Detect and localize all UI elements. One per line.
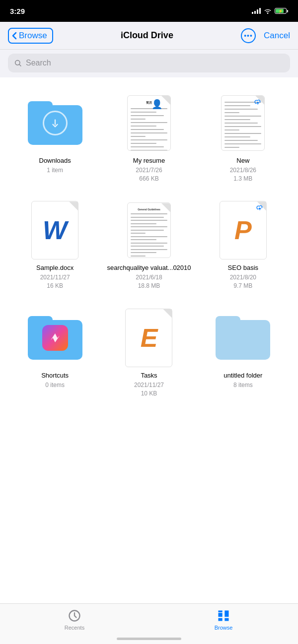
file-meta-downloads: 1 item <box>47 166 63 175</box>
file-item-seo-basis[interactable]: P SEO basis 2021/8/20 9.7 MB <box>196 193 290 300</box>
file-item-searchquality[interactable]: General Guidelines <box>102 193 196 300</box>
recents-label: Recents <box>65 625 84 631</box>
doc-thumb-searchquality: General Guidelines <box>127 202 171 258</box>
tab-bar-spacer <box>0 407 298 457</box>
shortcuts-app-icon <box>42 325 68 351</box>
file-meta-sample-docx: 2021/11/27 16 KB <box>40 273 70 290</box>
file-item-shortcuts[interactable]: Shortcuts 0 items <box>8 300 102 407</box>
file-thumbnail-tasks: E <box>119 308 179 368</box>
file-item-downloads[interactable]: Downloads 1 item <box>8 85 102 193</box>
search-container: Search <box>0 50 298 77</box>
file-meta-new: 2021/8/26 1.3 MB <box>230 166 256 183</box>
folder-icon-shortcuts <box>28 316 82 360</box>
doc-thumb-new <box>221 95 265 151</box>
file-name-my-resume: My resume <box>133 157 165 165</box>
status-icons: ⚡ <box>252 8 288 14</box>
status-bar: 3:29 ⚡ <box>0 0 298 22</box>
file-item-untitled-folder[interactable]: untitled folder 8 items <box>196 300 290 407</box>
file-name-tasks: Tasks <box>141 372 157 380</box>
cancel-button[interactable]: Cancel <box>264 31 290 41</box>
back-label: Browse <box>19 31 47 41</box>
browse-label: Browse <box>215 625 233 631</box>
file-item-new[interactable]: New 2021/8/26 1.3 MB <box>196 85 290 193</box>
recents-icon <box>68 609 81 623</box>
file-meta-tasks: 2021/11/27 10 KB <box>134 381 164 398</box>
tasks-doc-icon: E <box>125 309 172 367</box>
battery-icon: ⚡ <box>275 8 288 14</box>
home-indicator <box>117 638 181 640</box>
file-thumbnail-my-resume: 简历 <box>119 93 179 153</box>
search-icon <box>14 59 22 67</box>
file-name-new: New <box>236 157 249 165</box>
signal-icon <box>252 8 261 14</box>
doc-thumb-resume: 简历 <box>127 95 171 151</box>
file-grid: Downloads 1 item 简历 <box>0 77 298 407</box>
file-meta-seo-basis: 2021/8/20 9.7 MB <box>230 273 256 290</box>
file-item-sample-docx[interactable]: W Sample.docx 2021/11/27 16 KB <box>8 193 102 300</box>
tab-browse[interactable]: Browse <box>149 609 298 631</box>
file-name-downloads: Downloads <box>39 157 71 165</box>
browse-icon <box>217 609 230 623</box>
nav-actions: ••• Cancel <box>241 28 290 43</box>
file-thumbnail-new <box>213 93 273 153</box>
file-name-searchquality: searchqualitye valuat...02010 <box>107 264 191 272</box>
navigation-bar: Browse iCloud Drive ••• Cancel <box>0 22 298 50</box>
folder-icon-downloads <box>28 101 82 145</box>
file-thumbnail-untitled-folder <box>213 308 273 368</box>
file-thumbnail-downloads <box>25 93 85 153</box>
back-button[interactable]: Browse <box>8 28 53 44</box>
more-dots: ••• <box>244 32 253 40</box>
file-thumbnail-sample-docx: W <box>25 200 85 260</box>
file-name-untitled-folder: untitled folder <box>224 372 262 380</box>
file-item-my-resume[interactable]: 简历 <box>102 85 196 193</box>
page-title: iCloud Drive <box>121 30 173 41</box>
file-meta-untitled-folder: 8 items <box>233 381 253 389</box>
file-name-sample-docx: Sample.docx <box>36 264 74 272</box>
file-name-seo-basis: SEO basis <box>228 264 258 272</box>
file-thumbnail-shortcuts <box>25 308 85 368</box>
file-meta-my-resume: 2021/7/26 666 KB <box>136 166 162 183</box>
pages-doc-icon: P <box>220 201 267 259</box>
file-name-shortcuts: Shortcuts <box>41 372 69 380</box>
time: 3:29 <box>10 7 25 15</box>
file-meta-shortcuts: 0 items <box>45 381 65 389</box>
folder-icon-untitled <box>216 316 270 360</box>
cloud-upload-icon-seo <box>256 204 264 212</box>
cloud-upload-icon <box>254 98 262 106</box>
file-meta-searchquality: 2021/6/18 18.8 MB <box>136 273 162 290</box>
word-doc-icon: W <box>31 201 78 259</box>
file-item-tasks[interactable]: E Tasks 2021/11/27 10 KB <box>102 300 196 407</box>
search-bar[interactable]: Search <box>8 54 290 72</box>
file-thumbnail-seo-basis: P <box>213 200 273 260</box>
chevron-left-icon <box>12 32 17 40</box>
download-icon <box>50 118 61 129</box>
tab-recents[interactable]: Recents <box>0 609 149 631</box>
wifi-icon <box>264 8 272 14</box>
search-placeholder: Search <box>26 59 51 67</box>
file-thumbnail-searchquality: General Guidelines <box>119 200 179 260</box>
more-button[interactable]: ••• <box>241 28 256 43</box>
